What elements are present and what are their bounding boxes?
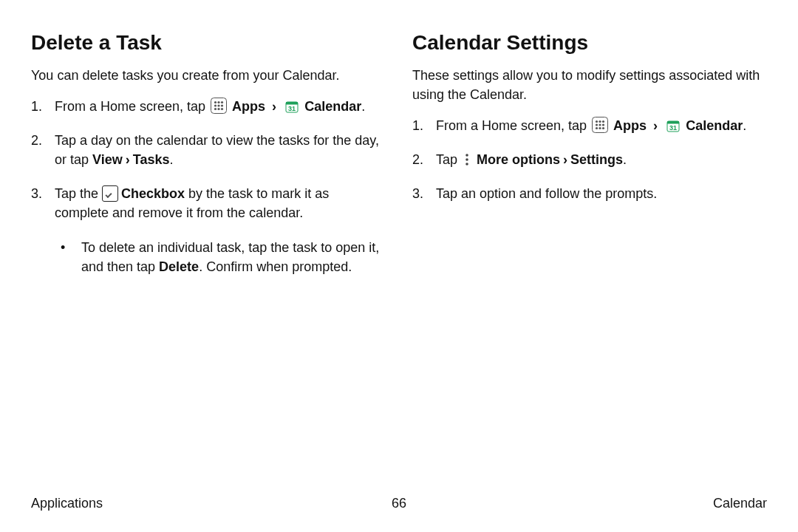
delete-task-heading: Delete a Task — [31, 30, 386, 55]
calendar-settings-steps: 1. From a Home screen, tap Apps › 31 Cal… — [412, 116, 767, 203]
svg-point-27 — [466, 158, 468, 161]
svg-point-20 — [596, 127, 598, 129]
step-3: 3. Tap the Checkbox by the task to mark … — [31, 184, 386, 276]
delete-task-steps: 1. From a Home screen, tap Apps › 31 Cal… — [31, 97, 386, 276]
delete-task-intro: You can delete tasks you create from you… — [31, 66, 386, 85]
apps-label: Apps — [232, 99, 265, 114]
svg-point-26 — [466, 154, 468, 157]
calendar-icon: 31 — [284, 99, 299, 114]
svg-point-16 — [602, 120, 604, 123]
sub-bullets: To delete an individual task, tap the ta… — [55, 238, 386, 276]
step-2: 2. Tap a day on the calendar to view the… — [31, 131, 386, 169]
step-number: 3. — [31, 184, 55, 276]
svg-point-7 — [214, 108, 216, 110]
svg-point-18 — [598, 124, 601, 126]
chevron-right-icon: › — [269, 99, 279, 114]
tasks-label: Tasks — [133, 152, 170, 167]
step-number: 1. — [31, 97, 55, 116]
step-1: 1. From a Home screen, tap Apps › 31 Cal… — [412, 116, 767, 135]
step-number: 2. — [31, 131, 55, 169]
svg-point-22 — [602, 127, 604, 129]
step-text: Tap an option and follow the prompts. — [436, 184, 767, 203]
svg-point-19 — [602, 124, 604, 126]
chevron-right-icon: › — [123, 152, 133, 167]
svg-point-28 — [466, 163, 468, 166]
svg-point-8 — [217, 108, 219, 110]
page-footer: Applications 66 Calendar — [0, 496, 798, 511]
footer-right: Calendar — [713, 496, 767, 511]
delete-label: Delete — [159, 259, 199, 274]
svg-rect-23 — [667, 121, 679, 124]
svg-point-4 — [214, 104, 216, 106]
chevron-right-icon: › — [650, 118, 661, 133]
step-2: 2. Tap More options›Settings. — [412, 150, 767, 169]
svg-point-15 — [598, 120, 601, 123]
period: . — [743, 118, 746, 133]
apps-icon — [592, 117, 608, 133]
two-column-layout: Delete a Task You can delete tasks you c… — [31, 30, 767, 291]
svg-point-9 — [221, 108, 223, 110]
svg-point-5 — [217, 104, 219, 106]
checkbox-label: Checkbox — [121, 186, 185, 201]
more-options-icon — [463, 152, 471, 167]
svg-point-14 — [596, 120, 598, 123]
calendar-label: Calendar — [686, 118, 743, 133]
svg-point-1 — [214, 101, 216, 103]
step-number: 1. — [412, 116, 436, 135]
page-number: 66 — [392, 496, 406, 511]
svg-text:31: 31 — [288, 105, 296, 112]
step-text: From a Home screen, tap — [436, 118, 590, 133]
step-text: Tap the — [55, 186, 102, 201]
sub-item: To delete an individual task, tap the ta… — [55, 238, 386, 276]
svg-point-2 — [217, 101, 219, 103]
calendar-settings-intro: These settings allow you to modify setti… — [412, 66, 767, 104]
left-column: Delete a Task You can delete tasks you c… — [31, 30, 386, 291]
settings-label: Settings — [570, 152, 623, 167]
sub-text: . Confirm when prompted. — [199, 259, 352, 274]
apps-icon — [211, 98, 227, 114]
period: . — [169, 152, 173, 167]
calendar-icon: 31 — [666, 118, 681, 133]
svg-rect-10 — [286, 102, 298, 105]
step-number: 3. — [412, 184, 436, 203]
calendar-settings-heading: Calendar Settings — [412, 30, 767, 55]
period: . — [361, 99, 365, 114]
footer-left: Applications — [31, 496, 103, 511]
chevron-right-icon: › — [560, 152, 570, 167]
period: . — [623, 152, 627, 167]
svg-point-21 — [598, 127, 601, 129]
apps-label: Apps — [613, 118, 647, 133]
step-3: 3. Tap an option and follow the prompts. — [412, 184, 767, 203]
right-column: Calendar Settings These settings allow y… — [412, 30, 767, 291]
checkbox-icon — [102, 185, 118, 202]
step-1: 1. From a Home screen, tap Apps › 31 Cal… — [31, 97, 386, 116]
calendar-label: Calendar — [304, 99, 361, 114]
view-label: View — [92, 152, 123, 167]
svg-text:31: 31 — [669, 124, 677, 132]
more-options-label: More options — [477, 152, 560, 167]
step-number: 2. — [412, 150, 436, 169]
step-text: Tap — [436, 152, 461, 167]
svg-point-3 — [221, 101, 223, 103]
step-text: From a Home screen, tap — [55, 99, 209, 114]
svg-point-17 — [596, 124, 598, 126]
svg-point-6 — [221, 104, 223, 106]
